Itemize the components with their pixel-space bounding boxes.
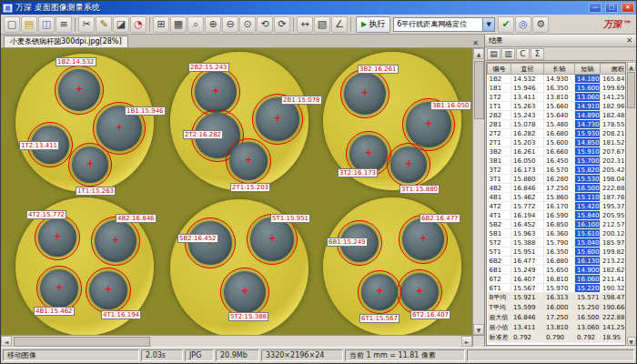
result-row[interactable]: 3T216.17316.57015.820205.42	[488, 166, 627, 175]
save-icon[interactable]: ◫	[38, 16, 55, 33]
results-scroll-thumb[interactable]	[627, 72, 635, 108]
summary-row[interactable]: T平均15.59916.00015.250190.66	[488, 303, 627, 313]
export-table-icon[interactable]: ▤	[487, 48, 500, 60]
minimize-button[interactable]: —	[589, 3, 602, 13]
result-row[interactable]: 5B115.96316.36015.610200.12	[488, 229, 627, 238]
measure-label[interactable]: 1B2:14.532	[56, 57, 96, 66]
magnifier-icon[interactable]: ⌕	[187, 16, 204, 33]
chart-icon[interactable]: ▥	[501, 48, 515, 60]
scroll-right-icon[interactable]: ►	[461, 336, 472, 347]
sum-icon[interactable]: Σ	[531, 48, 544, 60]
maximize-button[interactable]: □	[605, 3, 618, 13]
color-picker-icon[interactable]: ◔	[130, 16, 147, 33]
image-canvas[interactable]: +1B2:14.532+1B1:15.946+1T2:13.411+1T1:15…	[1, 48, 472, 335]
measure-label[interactable]: 6B1:15.249	[327, 238, 368, 247]
measure-angle-icon[interactable]: ∠	[331, 16, 348, 33]
result-row[interactable]: 5B216.45216.85016.100212.57	[488, 220, 627, 229]
result-row[interactable]: 4B216.84617.25016.500222.88	[488, 184, 627, 193]
result-row[interactable]: 1B115.94616.35015.600199.69	[488, 84, 627, 93]
vertical-scroll-thumb[interactable]	[474, 61, 484, 119]
result-row[interactable]: 1B214.53214.93014.180165.84	[488, 75, 627, 84]
result-row[interactable]: 5T215.38815.79015.040185.97	[488, 238, 627, 248]
column-header[interactable]: 面积	[601, 64, 627, 75]
scroll-up-icon[interactable]: ▲	[473, 48, 484, 59]
measure-label[interactable]: 5B2:16.452	[177, 234, 218, 243]
rotate-left-icon[interactable]: ⟲	[257, 16, 273, 33]
horizontal-scrollbar[interactable]: ◄ ►	[1, 335, 472, 347]
measure-label[interactable]: 2T2:16.282	[183, 130, 223, 139]
results-scroll-up-icon[interactable]: ▲	[627, 62, 636, 71]
zoom-out-icon[interactable]: ⊖	[222, 16, 238, 33]
result-row[interactable]: 5T115.95116.35015.600199.82	[488, 248, 627, 257]
summary-row[interactable]: 最大值16.84617.25016.500222.88	[488, 313, 627, 323]
pencil-icon[interactable]: ✎	[96, 16, 112, 33]
measure-length-icon[interactable]: ↔	[297, 16, 313, 33]
measure-label[interactable]: 4B1:15.462	[34, 307, 75, 316]
column-header[interactable]: 短轴	[575, 64, 601, 75]
image-tab[interactable]: 小麦条锈病杆菌300dpi.jpg[28%]	[4, 35, 128, 47]
result-row[interactable]: 2B215.24315.64014.890182.48	[488, 111, 627, 120]
scroll-down-icon[interactable]: ▼	[473, 324, 484, 335]
summary-row[interactable]: 标准差0.7920.7900.79218.95	[488, 333, 627, 343]
result-row[interactable]: 4B115.46215.86015.110187.76	[488, 193, 627, 202]
measure-label[interactable]: 4T1:16.194	[101, 310, 141, 319]
result-row[interactable]: 6B115.24915.65014.900182.62	[488, 266, 627, 275]
column-header[interactable]: 长轴	[544, 64, 575, 75]
summary-row[interactable]: 最小值13.41113.81013.060141.25	[488, 323, 627, 333]
close-button[interactable]: ✕	[622, 3, 634, 13]
grid-icon[interactable]: ⊞	[153, 16, 169, 33]
result-row[interactable]: 2T115.20315.60014.850181.52	[488, 138, 627, 147]
cut-icon[interactable]: ✂	[78, 16, 95, 33]
print-icon[interactable]: ≡	[56, 16, 72, 33]
result-row[interactable]: 1T213.41113.81013.060141.25	[488, 93, 627, 102]
measure-label[interactable]: 2B2:15.243	[188, 63, 229, 72]
measure-label[interactable]: 3B1:16.050	[430, 101, 471, 110]
result-row[interactable]: 3T115.88016.28015.530198.04	[488, 175, 627, 184]
result-row[interactable]: 6B216.47716.88016.130213.22	[488, 257, 627, 266]
measure-label[interactable]: 4B2:16.846	[116, 214, 157, 223]
target-icon[interactable]: ◎	[515, 16, 531, 33]
zoom-fit-icon[interactable]: ⊙	[239, 16, 256, 33]
apply-icon[interactable]: ✔	[498, 16, 514, 33]
measure-label[interactable]: 5T2:15.388	[228, 312, 268, 321]
result-row[interactable]: 1T115.26315.66014.910182.96	[488, 102, 627, 111]
measure-area-icon[interactable]: ▧	[314, 16, 330, 33]
zoom-in-icon[interactable]: ⊕	[205, 16, 221, 33]
result-row[interactable]: 2T216.28216.68015.930208.21	[488, 129, 627, 138]
settings-gear-icon[interactable]: ⚙	[532, 16, 549, 33]
measure-label[interactable]: 2T1:15.203	[230, 183, 270, 192]
measure-label[interactable]: 2B1:15.078	[281, 96, 322, 105]
column-header[interactable]: 编号	[488, 64, 511, 75]
new-file-icon[interactable]: ▢	[4, 16, 20, 33]
measure-mode-select[interactable]: 6平行线距离网格定位 ▼	[393, 17, 495, 32]
measure-label[interactable]: 3B2:16.261	[358, 65, 399, 74]
select-region-icon[interactable]: ▦	[170, 16, 187, 33]
measure-label[interactable]: 3T1:15.880	[399, 185, 440, 194]
measure-label[interactable]: 1T2:13.411	[19, 141, 59, 150]
copy-icon[interactable]: C	[516, 48, 530, 60]
eraser-icon[interactable]: ◪	[113, 16, 129, 33]
tab-close-icon[interactable]: ✕	[470, 39, 481, 47]
measure-label[interactable]: 1B1:15.946	[125, 106, 166, 116]
measure-label[interactable]: 5T1:15.951	[270, 214, 310, 223]
result-row[interactable]: 4T116.19416.59015.840205.95	[488, 211, 627, 220]
results-scrollbar[interactable]: ▲ ▼	[626, 62, 636, 346]
measure-label[interactable]: 6B2:16.477	[420, 214, 460, 223]
measure-label[interactable]: 1T1:15.263	[76, 187, 116, 196]
measure-label[interactable]: 6T1:15.567	[359, 314, 399, 323]
result-row[interactable]: 3B116.05016.45015.700202.31	[488, 157, 627, 166]
vertical-scrollbar[interactable]: ▲ ▼	[472, 48, 484, 335]
horizontal-scroll-thumb[interactable]	[14, 337, 150, 347]
results-scroll-down-icon[interactable]: ▼	[627, 337, 636, 346]
measure-label[interactable]: 6T2:16.407	[410, 310, 450, 319]
result-row[interactable]: 6T115.56715.97015.220190.32	[488, 284, 627, 293]
result-row[interactable]: 2B115.07815.48014.730178.55	[488, 120, 627, 129]
execute-button[interactable]: ▶ 执行	[356, 16, 390, 33]
result-row[interactable]: 3B216.26116.66015.910207.67	[488, 147, 627, 157]
measure-label[interactable]: 4T2:15.772	[26, 210, 66, 219]
result-row[interactable]: 4T215.77216.17015.420195.37	[488, 202, 627, 211]
column-header[interactable]: 直径	[511, 64, 544, 75]
summary-row[interactable]: B平均15.92116.31315.571198.47	[488, 293, 627, 303]
rotate-right-icon[interactable]: ⟳	[274, 16, 290, 33]
open-file-icon[interactable]: ▤	[21, 16, 37, 33]
